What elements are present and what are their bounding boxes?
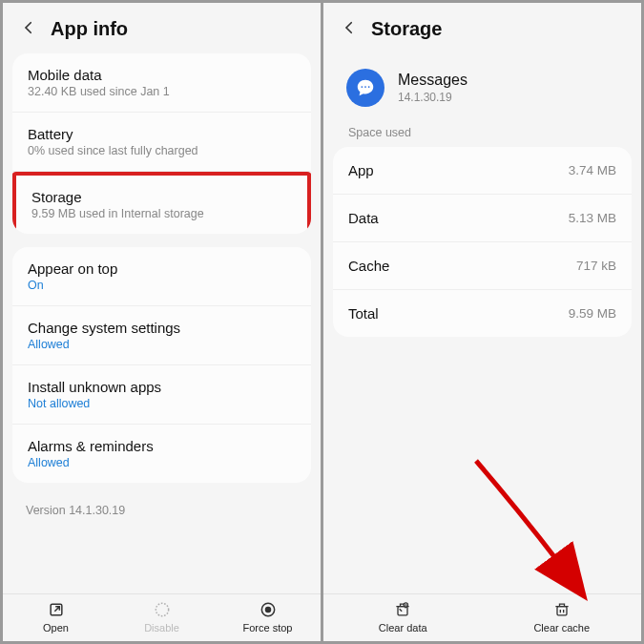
app-name: Messages	[398, 72, 467, 89]
svg-rect-6	[557, 607, 567, 615]
svg-point-3	[265, 608, 270, 613]
header: App info	[3, 3, 321, 53]
back-icon[interactable]	[341, 19, 358, 40]
row-install-unknown[interactable]: Install unknown apps Not allowed	[12, 365, 311, 425]
row-data: Data 5.13 MB	[333, 195, 632, 242]
card-space-used: App 3.74 MB Data 5.13 MB Cache 717 kB To…	[333, 147, 632, 337]
open-button[interactable]: Open	[3, 600, 109, 634]
content: Messages 14.1.30.19 Space used App 3.74 …	[323, 53, 641, 593]
bottom-bar: Clear data Clear cache	[323, 593, 641, 641]
row-storage[interactable]: Storage 9.59 MB used in Internal storage	[12, 172, 311, 234]
card-permissions: Appear on top On Change system settings …	[12, 247, 311, 483]
version-text: Version 14.1.30.19	[12, 496, 311, 530]
disable-button: Disable	[109, 600, 215, 634]
row-mobile-data[interactable]: Mobile data 32.40 KB used since Jan 1	[12, 53, 311, 113]
page-title: App info	[51, 18, 128, 40]
messages-icon	[346, 69, 384, 107]
bottom-bar: Open Disable Force stop	[3, 593, 321, 641]
card-usage: Mobile data 32.40 KB used since Jan 1 Ba…	[12, 53, 311, 234]
row-cache: Cache 717 kB	[333, 242, 632, 290]
page-title: Storage	[371, 18, 442, 40]
back-icon[interactable]	[20, 19, 37, 40]
row-change-settings[interactable]: Change system settings Allowed	[12, 306, 311, 365]
row-battery[interactable]: Battery 0% used since last fully charged	[12, 113, 311, 172]
svg-point-1	[156, 603, 168, 615]
content: Mobile data 32.40 KB used since Jan 1 Ba…	[3, 53, 321, 593]
row-alarms[interactable]: Alarms & reminders Allowed	[12, 425, 311, 483]
force-stop-button[interactable]: Force stop	[215, 600, 321, 634]
section-label: Space used	[333, 126, 632, 147]
app-header: Messages 14.1.30.19	[333, 53, 632, 126]
clear-cache-button[interactable]: Clear cache	[483, 600, 642, 634]
header: Storage	[323, 3, 641, 53]
screen-storage: Storage Messages 14.1.30.19 Space used A…	[323, 3, 641, 641]
screen-app-info: App info Mobile data 32.40 KB used since…	[3, 3, 321, 641]
app-version: 14.1.30.19	[398, 91, 467, 104]
row-app: App 3.74 MB	[333, 147, 632, 195]
clear-data-button[interactable]: Clear data	[323, 600, 483, 634]
row-total: Total 9.59 MB	[333, 290, 632, 337]
row-appear-on-top[interactable]: Appear on top On	[12, 247, 311, 306]
